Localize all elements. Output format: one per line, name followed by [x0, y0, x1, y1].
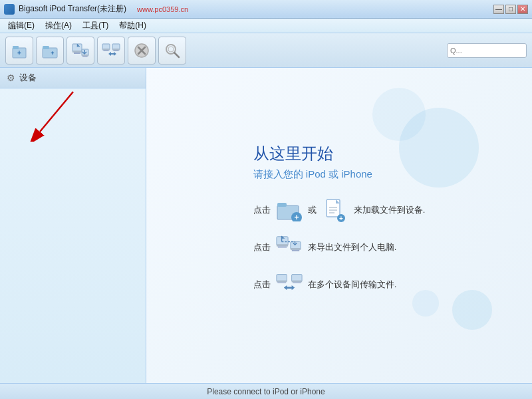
action-export-icon: [276, 234, 303, 261]
svg-rect-28: [277, 203, 287, 207]
action-export-suffix: 来导出文件到个人电脑.: [308, 241, 397, 253]
svg-rect-15: [104, 50, 109, 51]
svg-text:+: +: [339, 215, 343, 222]
svg-rect-48: [277, 282, 286, 283]
svg-rect-8: [74, 53, 80, 54]
action-row-transfer: 点击 在多个设备间传输文件.: [253, 271, 426, 298]
add-folder-button[interactable]: +: [36, 37, 64, 65]
toolbar-search: [447, 43, 527, 58]
svg-rect-18: [114, 50, 119, 51]
action-add-connector: 或: [308, 204, 317, 216]
menu-item-edit[interactable]: 操作(A): [40, 19, 77, 33]
action-add-prefix: 点击: [253, 204, 271, 216]
action-transfer-prefix: 点击: [253, 279, 271, 291]
iphone-text: iPhone: [341, 168, 372, 180]
svg-rect-7: [72, 51, 82, 53]
main-area: ⚙ 设备 从这里开始 请接入您的 iPod 或 iPhone: [0, 68, 532, 383]
svg-rect-3: [43, 48, 57, 58]
svg-rect-17: [112, 49, 120, 51]
svg-rect-41: [291, 247, 301, 249]
menu-item-file[interactable]: 编辑(E): [3, 19, 40, 33]
content-area: 从这里开始 请接入您的 iPod 或 iPhone 点击 + 或: [146, 68, 532, 383]
search-tool-button[interactable]: [158, 37, 186, 65]
svg-rect-47: [277, 280, 287, 282]
status-bar: Please connect to iPod or iPhone: [0, 383, 532, 399]
action-row-add: 点击 + 或: [253, 197, 426, 223]
gear-icon: ⚙: [7, 72, 15, 83]
svg-rect-11: [83, 56, 88, 57]
close-button[interactable]: ✕: [517, 5, 528, 14]
svg-text:+: +: [17, 49, 21, 57]
status-text: Please connect to iPod or iPhone: [207, 387, 325, 396]
svg-line-26: [40, 92, 73, 132]
window-controls: — □ ✕: [493, 5, 528, 14]
delete-button[interactable]: [128, 37, 156, 65]
svg-rect-38: [277, 244, 288, 246]
title-bar-left: Bigasoft iPod Transfer(未注册) www.pc0359.c…: [4, 3, 188, 15]
svg-text:+: +: [294, 213, 299, 221]
svg-point-24: [168, 47, 174, 52]
svg-rect-14: [102, 49, 110, 51]
app-icon: [4, 4, 15, 15]
minimize-button[interactable]: —: [493, 5, 504, 14]
action-row-export: 点击 来导出文件到: [253, 234, 426, 261]
svg-rect-4: [43, 46, 49, 49]
svg-rect-51: [293, 282, 301, 283]
action-add-suffix: 来加载文件到设备.: [354, 204, 426, 216]
export-to-pc-button[interactable]: [66, 37, 94, 65]
toolbar: + +: [0, 33, 532, 68]
action-add-file-icon: +: [322, 197, 348, 223]
deco-circle-2: [372, 88, 426, 141]
transfer-button[interactable]: [97, 37, 125, 65]
red-arrow-annotation: [20, 88, 100, 142]
action-add-folder-icon: +: [276, 197, 303, 223]
deco-circle-3: [452, 290, 492, 330]
add-file-button[interactable]: +: [5, 37, 33, 65]
sidebar-header: ⚙ 设备: [0, 68, 146, 88]
watermark-text: www.pc0359.cn: [137, 5, 188, 13]
action-export-prefix: 点击: [253, 241, 271, 253]
menu-item-tools[interactable]: 工具(T): [77, 19, 114, 33]
restore-button[interactable]: □: [505, 5, 516, 14]
svg-text:+: +: [51, 50, 54, 57]
svg-line-23: [174, 53, 179, 57]
sidebar: ⚙ 设备: [0, 68, 146, 383]
svg-rect-39: [278, 246, 287, 247]
title-text: Bigasoft iPod Transfer(未注册): [19, 3, 126, 15]
title-bar: Bigasoft iPod Transfer(未注册) www.pc0359.c…: [0, 0, 532, 19]
arrow-container: [0, 88, 146, 383]
menu-bar: 编辑(E) 操作(A) 工具(T) 帮助(H): [0, 19, 532, 33]
content-inner: 从这里开始 请接入您的 iPod 或 iPhone 点击 + 或: [227, 136, 452, 315]
action-transfer-suffix: 在多个设备间传输文件.: [308, 279, 397, 291]
subtitle: 请接入您的 iPod 或 iPhone: [253, 168, 426, 181]
main-title: 从这里开始: [253, 143, 426, 164]
action-transfer-icon: [276, 271, 303, 298]
sidebar-title: 设备: [19, 72, 37, 84]
svg-rect-42: [291, 249, 299, 251]
menu-item-help[interactable]: 帮助(H): [114, 19, 152, 33]
svg-rect-50: [291, 280, 301, 282]
search-input[interactable]: [447, 43, 527, 58]
